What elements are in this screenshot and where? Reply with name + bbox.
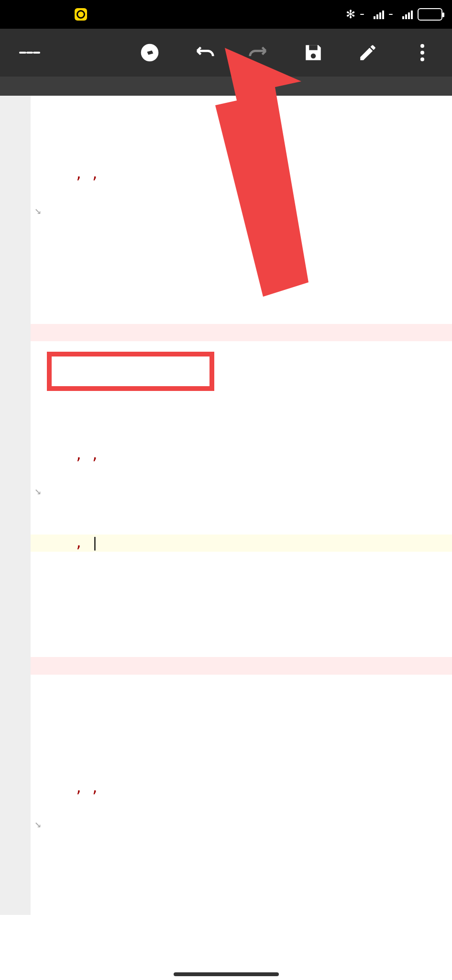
edit-icon[interactable] — [357, 42, 378, 63]
cursor-info — [420, 80, 441, 92]
battery-icon — [418, 8, 442, 21]
compass-icon[interactable] — [139, 42, 160, 63]
redo-icon[interactable] — [248, 42, 269, 63]
status-bar: ✻ — [0, 0, 452, 29]
line-gutter — [0, 96, 31, 915]
toolbar — [0, 29, 452, 77]
status-right: ✻ — [341, 8, 442, 21]
more-icon[interactable] — [412, 42, 433, 63]
hd-badge-2 — [389, 14, 393, 15]
svg-rect-1 — [309, 45, 318, 50]
status-left — [72, 8, 87, 21]
svg-point-2 — [311, 54, 316, 59]
status-app-indicator — [75, 8, 87, 21]
signal-icon-1 — [374, 10, 384, 19]
hd-badge-1 — [360, 14, 364, 15]
undo-icon[interactable] — [194, 42, 215, 63]
save-icon[interactable] — [303, 42, 324, 63]
code-area[interactable]: , , ↘ , , ↘ , | , , ↘ ↘ — [31, 96, 452, 915]
nav-handle[interactable] — [174, 972, 279, 976]
bluetooth-icon: ✻ — [346, 8, 355, 21]
menu-icon[interactable] — [19, 42, 40, 63]
signal-icon-2 — [402, 10, 413, 19]
info-bar — [0, 77, 452, 96]
code-editor[interactable]: , , ↘ , , ↘ , | , , ↘ ↘ — [0, 96, 452, 915]
